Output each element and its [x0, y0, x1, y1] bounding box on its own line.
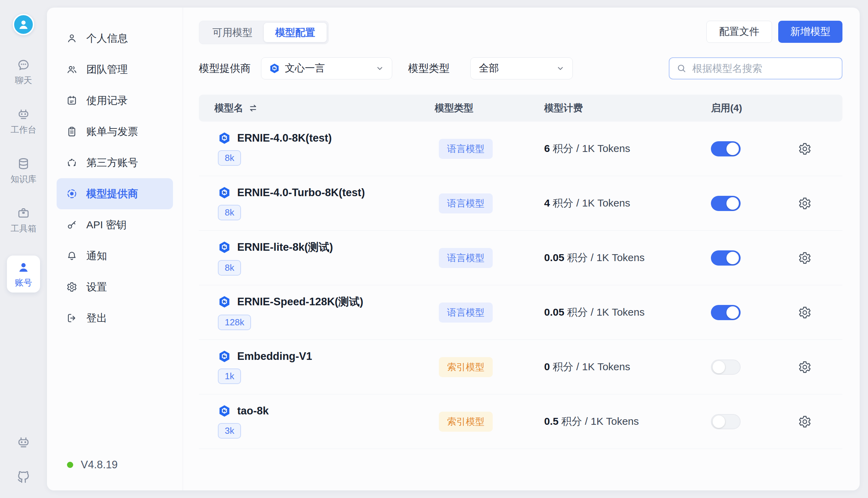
sidebar-item-label: 设置 — [86, 280, 107, 294]
price-value: 0.05 — [544, 252, 564, 263]
sidebar-item-label: 登出 — [86, 311, 107, 325]
table-row: Embedding-V1 1k 索引模型 0积分 / 1K Tokens — [199, 340, 842, 394]
tab-model-config[interactable]: 模型配置 — [264, 23, 327, 42]
column-enabled: 启用(4) — [711, 102, 798, 115]
people-icon — [66, 64, 77, 75]
row-settings-gear-icon[interactable] — [798, 197, 812, 210]
sidebar-item-settings[interactable]: 设置 — [57, 271, 173, 303]
price-value: 6 — [544, 143, 550, 154]
enable-toggle[interactable] — [711, 141, 741, 156]
price-suffix: 积分 / 1K Tokens — [567, 306, 645, 318]
context-badge: 1k — [218, 368, 241, 384]
sidebar-item-label: 团队管理 — [86, 63, 128, 77]
enable-toggle[interactable] — [711, 360, 741, 375]
assistant-robot-icon[interactable] — [16, 435, 31, 450]
model-name: ERNIE-4.0-8K(test) — [237, 132, 332, 144]
model-provider-icon — [66, 188, 77, 199]
price-value: 4 — [544, 197, 550, 209]
rail-item-knowledge[interactable]: 知识库 — [6, 157, 41, 185]
price-value: 0 — [544, 361, 550, 372]
model-name: Embedding-V1 — [237, 350, 312, 363]
main-card: 个人信息 团队管理 使用记录 账单与发票 第三方账号 模型提供商 API 密钥 — [47, 8, 860, 490]
sidebar-item-team[interactable]: 团队管理 — [57, 54, 173, 85]
row-settings-gear-icon[interactable] — [798, 142, 812, 156]
enable-toggle[interactable] — [711, 305, 741, 320]
row-settings-gear-icon[interactable] — [798, 360, 812, 374]
column-model-type: 模型类型 — [435, 102, 544, 115]
price-value: 0.05 — [544, 306, 564, 318]
enable-toggle[interactable] — [711, 250, 741, 266]
type-filter-label: 模型类型 — [408, 61, 450, 76]
table-header: 模型名 模型类型 模型计费 启用(4) — [199, 95, 842, 122]
account-icon — [17, 260, 30, 274]
tab-available-models[interactable]: 可用模型 — [201, 23, 264, 42]
rail-nav: 聊天 工作台 知识库 工具箱 账号 — [6, 58, 41, 293]
enable-toggle[interactable] — [711, 414, 741, 429]
profile-config-button[interactable]: 配置文件 — [706, 21, 772, 43]
table-row: ERNIE-Speed-128K(测试) 128k 语言模型 0.05积分 / … — [199, 285, 842, 340]
model-config-content: 可用模型 模型配置 配置文件 新增模型 模型提供商 文心一言 模型类型 全部 — [183, 8, 860, 490]
calendar-icon — [66, 95, 77, 106]
enable-toggle[interactable] — [711, 196, 741, 211]
context-badge: 3k — [218, 423, 241, 439]
sidebar-item-label: 模型提供商 — [86, 187, 138, 201]
sidebar-item-usage[interactable]: 使用记录 — [57, 85, 173, 116]
topbar-actions: 配置文件 新增模型 — [706, 21, 842, 43]
model-type-badge: 索引模型 — [439, 412, 493, 432]
github-icon[interactable] — [16, 470, 31, 484]
rail-item-label: 工作台 — [11, 124, 37, 135]
model-name: ERNIE-Speed-128K(测试) — [237, 295, 363, 309]
model-type-badge: 语言模型 — [439, 248, 493, 268]
price-suffix: 积分 / 1K Tokens — [553, 143, 630, 154]
row-settings-gear-icon[interactable] — [798, 251, 812, 265]
provider-select[interactable]: 文心一言 — [261, 57, 392, 79]
rail-item-toolbox[interactable]: 工具箱 — [6, 206, 41, 234]
price-suffix: 积分 / 1K Tokens — [553, 361, 630, 372]
filters-row: 模型提供商 文心一言 模型类型 全部 — [199, 57, 842, 79]
person-icon — [66, 33, 77, 44]
sidebar-item-label: 第三方账号 — [86, 156, 138, 170]
provider-select-value: 文心一言 — [285, 61, 325, 75]
sidebar-item-label: API 密钥 — [86, 218, 127, 232]
price-value: 0.5 — [544, 415, 559, 427]
add-model-button[interactable]: 新增模型 — [778, 21, 842, 43]
clipboard-icon — [66, 126, 77, 137]
column-model-name: 模型名 — [214, 102, 435, 115]
chevron-down-icon — [375, 64, 384, 73]
sidebar-item-billing[interactable]: 账单与发票 — [57, 116, 173, 147]
sidebar-item-model-provider[interactable]: 模型提供商 — [57, 178, 173, 209]
chevron-down-icon — [556, 64, 565, 73]
table-row: ERNIE-4.0-8K(test) 8k 语言模型 6积分 / 1K Toke… — [199, 122, 842, 176]
type-select[interactable]: 全部 — [470, 57, 573, 79]
price-suffix: 积分 / 1K Tokens — [561, 415, 639, 427]
sidebar-item-profile[interactable]: 个人信息 — [57, 23, 173, 54]
row-settings-gear-icon[interactable] — [798, 415, 812, 429]
model-type-badge: 语言模型 — [439, 193, 493, 213]
key-icon — [66, 219, 77, 230]
app-rail: 聊天 工作台 知识库 工具箱 账号 — [0, 0, 47, 498]
sidebar-item-label: 使用记录 — [86, 94, 128, 108]
sidebar-item-notifications[interactable]: 通知 — [57, 240, 173, 271]
sidebar-item-api-keys[interactable]: API 密钥 — [57, 209, 173, 240]
rail-item-workspace[interactable]: 工作台 — [6, 107, 41, 135]
share-nodes-icon — [66, 157, 77, 168]
rail-item-label: 聊天 — [15, 75, 32, 86]
user-avatar[interactable] — [13, 14, 34, 35]
column-model-billing: 模型计费 — [544, 102, 711, 115]
sidebar-item-logout[interactable]: 登出 — [57, 303, 173, 334]
model-logo-icon — [218, 404, 231, 418]
sidebar-item-thirdparty[interactable]: 第三方账号 — [57, 147, 173, 178]
rail-item-label: 账号 — [15, 277, 32, 288]
rail-item-chat[interactable]: 聊天 — [6, 58, 41, 86]
version-footer: V4.8.19 — [67, 459, 118, 471]
rail-item-account[interactable]: 账号 — [7, 256, 40, 293]
database-icon — [17, 157, 30, 171]
sort-icon[interactable] — [248, 103, 258, 113]
search-input[interactable] — [692, 63, 835, 74]
sidebar-item-label: 个人信息 — [86, 31, 128, 46]
row-settings-gear-icon[interactable] — [798, 306, 812, 319]
search-icon — [676, 63, 687, 74]
provider-logo-icon — [269, 63, 280, 74]
context-badge: 8k — [218, 205, 241, 220]
model-logo-icon — [218, 132, 231, 145]
